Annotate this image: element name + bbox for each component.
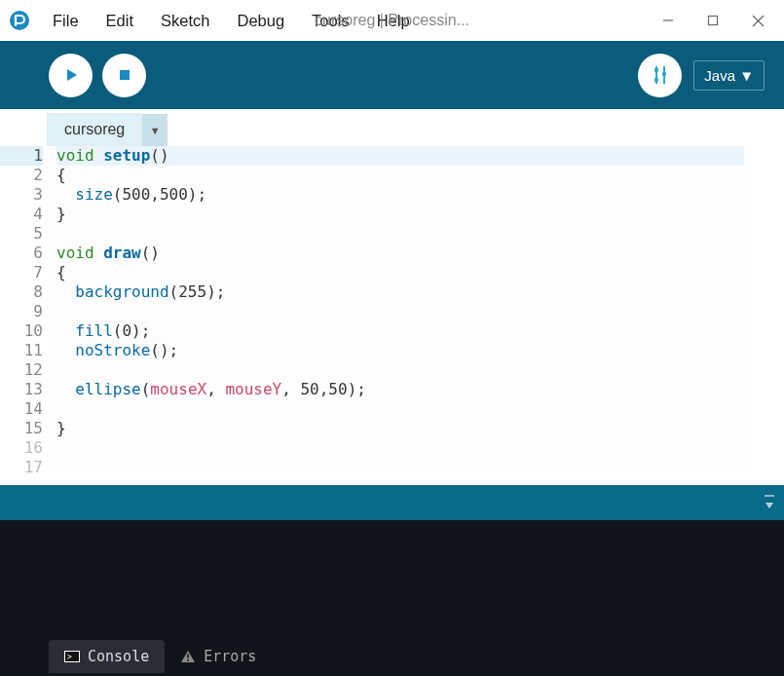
line-number: 13 [0,380,43,399]
line-number: 8 [0,282,43,302]
line-number: 4 [0,205,43,224]
menu-debug[interactable]: Debug [223,6,298,36]
code-line[interactable] [56,302,744,321]
code-area[interactable]: void setup(){ size(500,500);} void draw(… [49,146,752,470]
code-editor[interactable]: 1234567891011121314151617 void setup(){ … [0,146,752,470]
errors-tab[interactable]: Errors [165,640,272,673]
toolbar: Java ▼ [0,41,784,109]
errors-tab-label: Errors [204,648,256,665]
code-line[interactable] [56,360,744,380]
tab-dropdown[interactable]: ▼ [142,114,168,146]
code-line[interactable]: void setup() [56,146,744,166]
code-line[interactable]: noStroke(); [56,341,744,360]
console-tab-label: Console [88,648,149,665]
svg-point-0 [10,11,29,30]
svg-rect-18 [187,655,189,658]
menu-file[interactable]: File [39,6,93,36]
bottom-tab-bar: > Console Errors [0,637,784,676]
line-number: 15 [0,419,43,438]
code-line[interactable]: ellipse(mouseX, mouseY, 50,50); [56,380,744,399]
minimize-button[interactable] [646,0,691,41]
code-line[interactable]: size(500,500); [56,185,744,205]
line-number: 10 [0,321,43,341]
debugger-button[interactable] [638,54,682,97]
line-number: 5 [0,224,43,244]
svg-marker-5 [67,69,77,81]
code-line[interactable]: void draw() [56,244,744,263]
console-tab[interactable]: > Console [49,640,165,673]
line-number: 3 [0,185,43,205]
processing-app-icon [8,9,31,32]
line-number: 2 [0,166,43,185]
menu-sketch[interactable]: Sketch [147,6,223,36]
code-line[interactable]: fill(0); [56,321,744,341]
svg-rect-2 [709,17,718,25]
line-number: 6 [0,244,43,263]
run-button[interactable] [49,54,93,97]
line-number: 11 [0,341,43,360]
line-number: 12 [0,360,43,380]
stop-button[interactable] [102,54,146,97]
line-number-gutter: 1234567891011121314151617 [0,146,49,470]
message-bar [0,485,784,520]
svg-rect-6 [120,70,130,80]
svg-point-11 [654,78,658,82]
console-output[interactable] [0,520,784,637]
code-line[interactable] [56,438,744,458]
warning-icon [180,649,196,664]
line-number: 16 [0,438,43,458]
svg-text:>: > [67,653,72,661]
code-line[interactable] [56,399,744,419]
line-number: 1 [0,146,43,166]
tab-bar: cursoreg ▼ [0,109,784,146]
mode-selector[interactable]: Java ▼ [693,60,765,91]
window-controls [646,0,780,41]
code-line[interactable] [56,224,744,244]
line-number: 9 [0,302,43,321]
svg-point-10 [662,72,666,76]
maximize-button[interactable] [691,0,735,41]
code-line[interactable]: } [56,205,744,224]
svg-rect-19 [187,659,189,661]
code-line[interactable]: { [56,263,744,282]
window-title: cursoreg | Processin... [315,12,469,29]
svg-point-9 [654,68,658,72]
console-icon: > [64,649,80,664]
line-number: 14 [0,399,43,419]
code-line[interactable]: background(255); [56,282,744,302]
tab-cursoreg[interactable]: cursoreg [47,113,142,146]
close-button[interactable] [735,0,780,41]
line-number: 17 [0,458,43,477]
svg-marker-13 [765,503,773,508]
menu-edit[interactable]: Edit [93,6,147,36]
code-line[interactable] [56,458,744,477]
line-number: 7 [0,263,43,282]
code-line[interactable]: } [56,419,744,438]
titlebar: File Edit Sketch Debug Tools Help cursor… [0,0,784,41]
console-resize-handle[interactable] [763,493,776,513]
code-line[interactable]: { [56,166,744,185]
